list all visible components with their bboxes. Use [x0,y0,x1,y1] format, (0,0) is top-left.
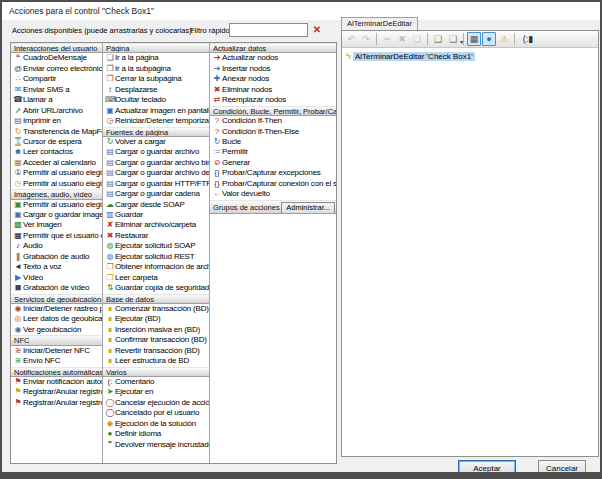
action-item[interactable]: ∎Revertir transacción (BD) [103,346,209,356]
action-item[interactable]: ≋Envío NFC [11,356,102,366]
action-item[interactable]: ▣Permitir al usuario elegir imagen [11,200,102,210]
action-item[interactable]: (:Comentario [103,377,209,387]
grid-toggle-icon[interactable]: ▦ [467,32,481,46]
action-item[interactable]: ⚑Registrar/Anular registro [11,387,102,397]
action-item[interactable]: ✚Anexar nodos [210,74,336,84]
breakpoint-icon[interactable]: (:▮ [518,32,538,46]
action-item[interactable]: ∎Comenzar transacción (BD) [103,304,209,314]
action-item[interactable]: ☻Leer contactos [11,147,102,157]
action-item[interactable]: ➔Actualizar nodos [210,53,336,63]
action-item[interactable]: ◼Grabación de vídeo [11,283,102,293]
action-item[interactable]: ↻Transferencia de MapForce [11,127,102,137]
action-item[interactable]: ▤Cargar o guardar archivo binario [103,158,209,168]
action-item[interactable]: ✖Eliminar nodos [210,85,336,95]
action-item[interactable]: ∎Inserción masiva en (BD) [103,325,209,335]
action-item[interactable]: ⇄Reemplazar nodos [210,95,336,105]
action-item[interactable]: ◯Cancelado por el usuario [103,408,209,418]
cut-icon[interactable]: ✂ [380,32,394,46]
action-item[interactable]: ◯Cancelar ejecución de acción [103,398,209,408]
share-icon: ∴ [13,74,23,84]
quick-filter-input[interactable] [229,23,308,37]
action-item[interactable]: ➤Ejecutar en [103,387,209,397]
warnings-icon[interactable]: ⚠ [497,32,511,46]
action-item[interactable]: ⇅Guardar copia de seguridad/Restaurar [103,283,209,293]
action-item[interactable]: ▤Cargar o guardar archivo [103,147,209,157]
action-item[interactable]: ⌛Cursor de espera [11,137,102,147]
generate-icon: ⊘ [212,158,222,168]
audio-icon: ♪ [13,241,23,251]
action-item[interactable]: ❐Cerrar la subpágina [103,74,209,84]
action-item[interactable]: ▤Cargar o guardar cadena [103,189,209,199]
action-item[interactable]: ⚑Registrar/Anular registro [11,398,102,408]
action-item[interactable]: ∎Leer estructura de BD [103,356,209,366]
action-item[interactable]: ▦Permitir que el usuario escanee [11,231,102,241]
action-item[interactable]: {}Probar/Capturar excepciones [210,168,336,178]
copy-icon[interactable]: ❏ [410,32,424,46]
redo-icon[interactable]: ↷ [359,32,373,46]
action-item[interactable]: ❞Devolver mensaje incrustado [103,440,209,450]
action-item[interactable]: ❝CuadroDeMensaje [11,53,102,63]
manage-action-groups-button[interactable]: Administrar... [281,202,335,214]
action-item[interactable]: ∴Compartir [11,74,102,84]
paste-icon[interactable]: ❑ [431,32,445,46]
action-item[interactable]: ◷Permitir al usuario elegir fecha/hora [11,179,102,189]
action-item[interactable]: ◄Texto a voz [11,262,102,272]
action-item[interactable]: ☎Llamar a [11,95,102,105]
action-item[interactable]: ⌨Ocultar teclado [103,95,209,105]
action-item[interactable]: ①Permitir al usuario elegir un número [11,168,102,178]
action-item[interactable]: ◉Ver geoubicación [11,325,102,335]
action-item[interactable]: ✉Enviar SMS a [11,85,102,95]
tree-item[interactable]: ϟAlTerminarDeEditar 'Check Box1' [344,50,596,62]
action-item[interactable]: ▣Actualizar imagen en pantalla [103,106,209,116]
info-toggle-icon[interactable]: ● [482,32,496,46]
action-item[interactable]: ←Valor devuelto [210,189,336,199]
action-item[interactable]: ≋Iniciar/Detener NFC [11,346,102,356]
action-item[interactable]: :=Permitir [210,147,336,157]
action-item[interactable]: ?Condición If-Then [210,116,336,126]
action-item[interactable]: ✘Eliminar archivo/carpeta [103,220,209,230]
action-item[interactable]: ➚Abrir URL/archivo [11,106,102,116]
tab-event-alterminardeeditar[interactable]: AlTerminarDeEditar [341,17,418,30]
action-item[interactable]: ❒Leer carpeta [103,273,209,283]
action-item[interactable]: ?Condición If-Then-Else [210,127,336,137]
action-item[interactable]: ❏Ir a la página [103,53,209,63]
action-item[interactable]: ↻Bucle [210,137,336,147]
action-item[interactable]: ➔Insertar nodos [210,64,336,74]
action-item[interactable]: ◎Leer datos de geoubicación [11,314,102,324]
action-item[interactable]: ▣Cargar o guardar imagen [11,210,102,220]
action-item[interactable]: ↕Desplazarse [103,85,209,95]
action-item[interactable]: ♪Audio [11,241,102,251]
undo-icon[interactable]: ↶ [344,32,358,46]
action-item[interactable]: ❚Grabación de audio [11,252,102,262]
action-item[interactable]: ∎Confirmar transacción (BD) [103,335,209,345]
action-item[interactable]: ☁Cargar desde SOAP [103,200,209,210]
delete-icon[interactable]: ✖ [395,32,409,46]
action-item[interactable]: ⊘Generar [210,158,336,168]
action-item[interactable]: ⚑Enviar notificación automática [11,377,102,387]
action-item[interactable]: ∎Ejecutar (BD) [103,314,209,324]
action-item[interactable]: ❒Obtener información de archivo [103,262,209,272]
action-item[interactable]: ◶Reiniciar/Detener temporizador [103,116,209,126]
action-item[interactable]: ▶Vídeo [11,273,102,283]
action-item[interactable]: ❐Ir a la subpágina [103,64,209,74]
action-item[interactable]: @Enviar correo electrónico [11,64,102,74]
action-item[interactable]: ↻Volver a cargar [103,137,209,147]
action-item[interactable]: ✖Restaurar [103,231,209,241]
clear-filter-icon[interactable]: ✕ [311,24,323,36]
action-item[interactable]: ▤Imprimir en [11,116,102,126]
action-item[interactable]: ●Definir idioma [103,429,209,439]
action-item[interactable]: ◆Ejecución de la solución [103,419,209,429]
db-execute-icon: ∎ [105,314,115,324]
action-item[interactable]: ▦Acceder al calendario [11,158,102,168]
action-item[interactable]: ◍Ejecutar solicitud REST [103,252,209,262]
action-item[interactable]: ▥Guardar [103,210,209,220]
action-item[interactable]: ▤Cargar o guardar archivo de texto [103,168,209,178]
action-item[interactable]: ◍Ejecutar solicitud SOAP [103,241,209,251]
action-item[interactable]: ◉Iniciar/Detener rastreo por GPS [11,304,102,314]
paste-special-icon[interactable]: ❑▾ [446,32,460,46]
db-begin-transaction-icon: ∎ [105,304,115,314]
load-save-binary-icon: ▤ [105,158,115,168]
action-item[interactable]: ▩Ver imagen [11,220,102,230]
action-item[interactable]: {}Probar/Capturar conexión con el servid… [210,179,336,189]
action-item[interactable]: ▤Cargar o guardar HTTP/FTP [103,179,209,189]
